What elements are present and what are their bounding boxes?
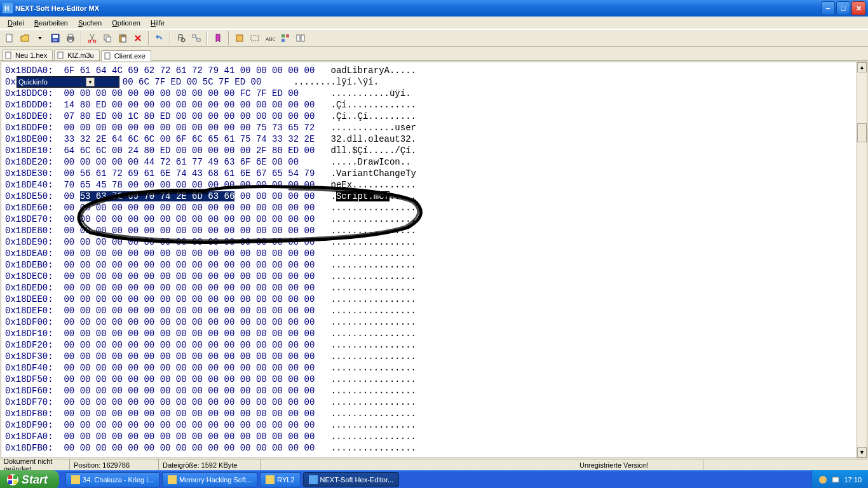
tab-bar: Neu 1.hex KIZ.m3u Client.exe xyxy=(0,47,868,61)
scroll-thumb[interactable] xyxy=(857,123,867,142)
svg-point-39 xyxy=(819,476,827,484)
compare-icon[interactable] xyxy=(294,31,308,45)
tab-client[interactable]: Client.exe xyxy=(101,50,151,61)
dropdown-arrow-icon[interactable] xyxy=(33,31,47,45)
svg-rect-40 xyxy=(832,477,839,482)
scroll-up-icon[interactable]: ▲ xyxy=(857,62,867,72)
minimize-button[interactable]: – xyxy=(821,1,835,15)
system-tray[interactable]: 17:10 xyxy=(811,470,868,488)
file-icon xyxy=(104,52,112,60)
svg-rect-22 xyxy=(281,34,285,37)
menu-optionen[interactable]: Optionen xyxy=(107,18,146,28)
svg-rect-25 xyxy=(297,35,300,41)
menu-hilfe[interactable]: Hilfe xyxy=(146,18,170,28)
undo-icon[interactable] xyxy=(153,31,166,45)
menu-suchen[interactable]: Suchen xyxy=(73,18,107,28)
app-icon: H xyxy=(3,3,13,13)
save-icon[interactable] xyxy=(48,31,62,45)
svg-rect-20 xyxy=(251,36,259,41)
tray-icon[interactable] xyxy=(818,475,827,484)
bookmark-icon[interactable] xyxy=(211,31,225,45)
svg-text:H: H xyxy=(4,5,9,12)
svg-rect-32 xyxy=(13,475,17,479)
select-icon[interactable] xyxy=(248,31,262,45)
text-tool-icon[interactable]: ABC xyxy=(263,31,277,45)
svg-rect-33 xyxy=(8,480,12,484)
svg-rect-35 xyxy=(71,475,80,484)
menu-datei[interactable]: Datei xyxy=(3,18,29,28)
delete-icon[interactable] xyxy=(131,31,145,45)
copy-icon[interactable] xyxy=(100,31,114,45)
toolbar: ABC xyxy=(0,29,868,47)
tab-neu1[interactable]: Neu 1.hex xyxy=(2,50,53,60)
quickinfo-dropdown[interactable]: Quickinfo ▼ xyxy=(17,76,119,88)
window-title: NEXT-Soft Hex-Editor MX xyxy=(15,4,821,12)
svg-rect-31 xyxy=(8,475,12,479)
svg-rect-15 xyxy=(121,37,126,42)
svg-rect-17 xyxy=(193,35,196,37)
print-icon[interactable] xyxy=(64,31,78,45)
chevron-down-icon[interactable]: ▼ xyxy=(86,78,95,86)
new-file-icon[interactable] xyxy=(3,31,17,45)
structure-icon[interactable] xyxy=(278,31,292,45)
tray-icon[interactable] xyxy=(831,475,840,484)
close-button[interactable]: ✕ xyxy=(851,1,865,15)
menu-bearbeiten[interactable]: Bearbeiten xyxy=(29,18,73,28)
svg-rect-34 xyxy=(13,480,17,484)
status-unregistered: Unregistrierte Version! xyxy=(576,459,703,470)
maximize-button[interactable]: □ xyxy=(836,1,850,15)
replace-icon[interactable] xyxy=(189,31,203,45)
start-button[interactable]: Start xyxy=(0,470,59,488)
taskbar-item[interactable]: Memory Hacking Soft... xyxy=(162,472,257,487)
scroll-down-icon[interactable]: ▼ xyxy=(857,447,867,458)
svg-rect-8 xyxy=(69,39,72,42)
clock[interactable]: 17:10 xyxy=(844,476,862,484)
svg-rect-7 xyxy=(69,34,72,37)
svg-point-16 xyxy=(181,38,185,42)
svg-rect-26 xyxy=(301,35,304,41)
svg-rect-18 xyxy=(197,39,200,41)
svg-rect-5 xyxy=(53,39,57,41)
taskbar-item[interactable]: 34. Chakuza - Krieg i... xyxy=(65,472,159,487)
file-icon xyxy=(57,51,65,59)
svg-rect-19 xyxy=(236,35,243,41)
cut-icon[interactable] xyxy=(85,31,99,45)
file-icon xyxy=(5,51,13,59)
taskbar-item[interactable]: NEXT-Soft Hex-Editor... xyxy=(303,472,400,487)
svg-rect-28 xyxy=(58,52,63,58)
status-doc: Dokument nicht geändert xyxy=(0,459,70,470)
tab-kiz[interactable]: KIZ.m3u xyxy=(54,50,100,60)
status-bar: Dokument nicht geändert Position: 162978… xyxy=(0,459,868,470)
svg-rect-27 xyxy=(6,52,11,58)
hex-view[interactable]: 0x18DDA0: 6F 61 64 4C 69 62 72 61 72 79 … xyxy=(1,62,867,458)
taskbar-item[interactable]: RYL2 xyxy=(260,472,300,487)
svg-rect-29 xyxy=(105,53,110,59)
svg-rect-38 xyxy=(309,475,318,484)
taskbar: Start 34. Chakuza - Krieg i...Memory Hac… xyxy=(0,470,868,488)
open-file-icon[interactable] xyxy=(18,31,32,45)
window-titlebar: H NEXT-Soft Hex-Editor MX – □ ✕ xyxy=(0,0,868,17)
vertical-scrollbar[interactable]: ▲ ▼ xyxy=(857,62,867,458)
svg-text:ABC: ABC xyxy=(266,36,275,42)
svg-rect-24 xyxy=(281,39,285,42)
status-position: Position: 1629786 xyxy=(70,459,159,470)
svg-rect-12 xyxy=(106,37,111,42)
menu-bar: Datei Bearbeiten Suchen Optionen Hilfe xyxy=(0,17,868,29)
svg-rect-36 xyxy=(168,475,177,484)
status-filesize: Dateigröße: 1592 KByte xyxy=(159,459,261,470)
find-icon[interactable] xyxy=(174,31,188,45)
svg-rect-14 xyxy=(121,34,125,36)
paste-icon[interactable] xyxy=(116,31,130,45)
svg-rect-4 xyxy=(53,35,58,38)
tool-icon[interactable] xyxy=(233,31,247,45)
svg-rect-37 xyxy=(266,475,275,484)
svg-rect-23 xyxy=(286,34,289,37)
